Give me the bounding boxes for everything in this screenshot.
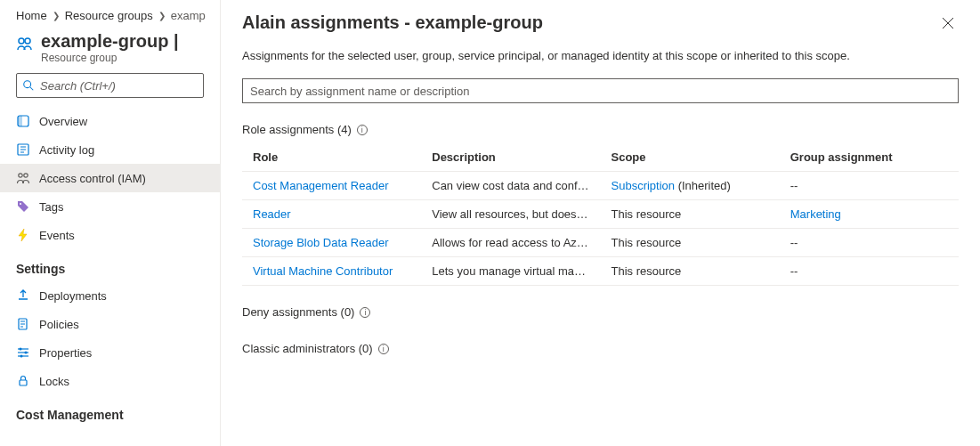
sidebar-item-label: Locks — [39, 375, 69, 388]
sidebar-item-label: Activity log — [39, 143, 94, 157]
sidebar-item-deployments[interactable]: Deployments — [0, 281, 220, 310]
role-assignments-table: Role Description Scope Group assignment … — [242, 143, 959, 286]
sidebar-item-label: Overview — [39, 115, 87, 128]
sidebar-item-label: Deployments — [39, 289, 107, 303]
table-row[interactable]: Virtual Machine Contributor Lets you man… — [242, 257, 959, 286]
svg-point-11 — [24, 174, 28, 177]
overview-icon — [16, 114, 30, 128]
svg-point-10 — [19, 174, 22, 177]
cell-group: -- — [780, 257, 959, 286]
sidebar-item-overview[interactable]: Overview — [0, 107, 220, 135]
column-header-description[interactable]: Description — [421, 143, 600, 172]
info-icon[interactable]: i — [357, 125, 368, 135]
svg-point-17 — [20, 348, 22, 351]
cell-description: Can view cost data and configur… — [421, 172, 600, 200]
chevron-right-icon: ❯ — [53, 11, 60, 20]
cell-scope: This resource — [601, 257, 780, 286]
info-icon[interactable]: i — [360, 307, 370, 318]
svg-line-3 — [30, 87, 34, 91]
role-link[interactable]: Cost Management Reader — [253, 179, 388, 192]
resource-group-icon — [16, 35, 34, 53]
role-link[interactable]: Reader — [253, 207, 291, 221]
breadcrumb-resource-groups[interactable]: Resource groups — [65, 9, 153, 22]
role-link[interactable]: Storage Blob Data Reader — [253, 236, 388, 249]
cell-description: Allows for read access to Azure … — [421, 229, 600, 257]
role-assignments-label: Role assignments (4) i — [242, 123, 959, 136]
panel-description: Assignments for the selected user, group… — [242, 49, 959, 62]
page-subtitle: Resource group — [41, 52, 179, 64]
svg-rect-5 — [18, 116, 22, 126]
sidebar-item-policies[interactable]: Policies — [0, 310, 220, 338]
sidebar-item-label: Events — [39, 229, 75, 242]
column-header-group[interactable]: Group assignment — [780, 143, 959, 172]
close-icon — [942, 17, 954, 29]
svg-point-18 — [25, 352, 28, 354]
activity-log-icon — [16, 142, 30, 157]
lightning-icon — [16, 228, 30, 242]
sidebar: Home ❯ Resource groups ❯ examp example-g… — [0, 0, 221, 446]
search-input[interactable] — [40, 79, 198, 93]
scope-suffix: (Inherited) — [675, 179, 731, 192]
svg-rect-20 — [20, 380, 27, 385]
sidebar-item-label: Tags — [39, 200, 63, 214]
role-assignments-text: Role assignments (4) — [242, 123, 352, 136]
cell-description: Lets you manage virtual machin… — [421, 257, 600, 286]
deny-assignments-label: Deny assignments (0) i — [242, 305, 959, 319]
cell-group: -- — [780, 229, 959, 257]
sidebar-item-label: Policies — [39, 318, 79, 331]
sidebar-item-events[interactable]: Events — [0, 221, 220, 249]
svg-point-1 — [25, 38, 30, 44]
page-title: example-group | — [41, 31, 179, 52]
sidebar-section-settings: Settings — [0, 249, 220, 281]
column-header-role[interactable]: Role — [242, 143, 421, 172]
role-link[interactable]: Virtual Machine Contributor — [253, 264, 393, 278]
sidebar-item-label: Properties — [39, 346, 92, 360]
sidebar-item-tags[interactable]: Tags — [0, 192, 220, 221]
sidebar-item-properties[interactable]: Properties — [0, 338, 220, 367]
cell-scope: This resource — [601, 229, 780, 257]
table-row[interactable]: Reader View all resources, but does not…… — [242, 200, 959, 229]
cell-group: -- — [780, 172, 959, 200]
column-header-scope[interactable]: Scope — [601, 143, 780, 172]
sidebar-section-cost: Cost Management — [0, 395, 220, 427]
group-link[interactable]: Marketing — [790, 207, 841, 221]
assignment-search-input[interactable] — [242, 78, 959, 103]
breadcrumb-home[interactable]: Home — [16, 9, 47, 22]
svg-point-19 — [20, 355, 23, 358]
cell-scope: Subscription (Inherited) — [601, 172, 780, 200]
classic-admins-label: Classic administrators (0) i — [242, 342, 959, 355]
svg-point-0 — [19, 38, 24, 44]
sidebar-search[interactable] — [16, 73, 204, 98]
classic-admins-text: Classic administrators (0) — [242, 342, 373, 355]
cell-scope: This resource — [601, 200, 780, 229]
search-icon — [22, 79, 35, 92]
tag-icon — [16, 199, 30, 214]
sidebar-item-label: Access control (IAM) — [39, 172, 146, 185]
assignments-panel: Alain assignments - example-group Assign… — [221, 0, 980, 446]
people-icon — [16, 171, 30, 185]
sidebar-item-access-control[interactable]: Access control (IAM) — [0, 164, 220, 192]
cell-description: View all resources, but does not… — [421, 200, 600, 229]
cell-group: Marketing — [780, 200, 959, 229]
settings-icon — [16, 345, 30, 360]
table-row[interactable]: Cost Management Reader Can view cost dat… — [242, 172, 959, 200]
breadcrumb: Home ❯ Resource groups ❯ examp — [0, 0, 220, 26]
sidebar-item-locks[interactable]: Locks — [0, 367, 220, 395]
close-button[interactable] — [937, 12, 959, 34]
chevron-right-icon: ❯ — [158, 11, 166, 20]
svg-point-12 — [20, 203, 21, 205]
table-row[interactable]: Storage Blob Data Reader Allows for read… — [242, 229, 959, 257]
panel-title: Alain assignments - example-group — [242, 12, 959, 33]
breadcrumb-current: examp — [171, 9, 206, 22]
scope-link[interactable]: Subscription — [611, 179, 676, 192]
upload-icon — [16, 288, 30, 303]
resource-header: example-group | Resource group — [0, 26, 220, 73]
sidebar-nav: Overview Activity log Access control (IA… — [0, 105, 220, 427]
sidebar-item-activity[interactable]: Activity log — [0, 135, 220, 164]
info-icon[interactable]: i — [378, 344, 389, 354]
lock-icon — [16, 374, 30, 388]
policy-icon — [16, 317, 30, 331]
deny-assignments-text: Deny assignments (0) — [242, 305, 354, 319]
svg-point-2 — [24, 81, 31, 88]
